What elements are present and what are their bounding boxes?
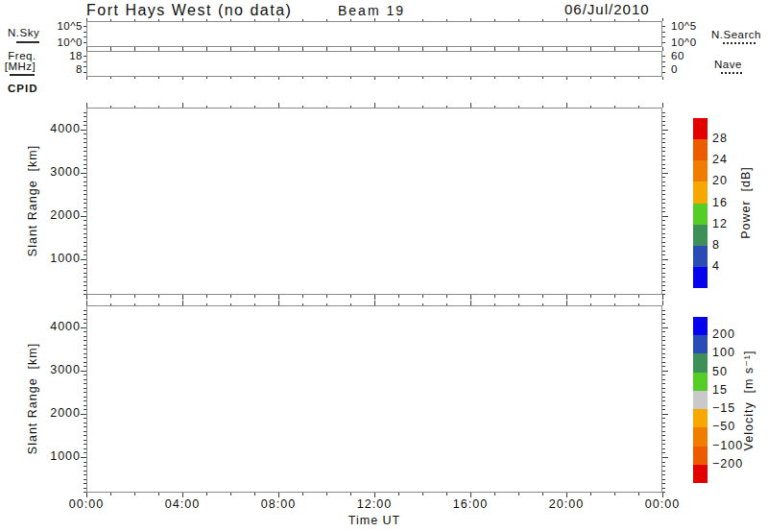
xaxis-title: Time UT (348, 515, 400, 528)
tick-mark (84, 479, 86, 480)
tick-mark (230, 77, 231, 79)
power-colorbar-title: Power [dB] (739, 166, 753, 239)
tick-mark (86, 48, 87, 51)
tick-mark (84, 392, 86, 393)
tick-mark (278, 103, 279, 108)
tick-mark (662, 237, 665, 238)
tick-mark (590, 295, 591, 298)
tick-mark (662, 452, 665, 453)
tick-mark (326, 295, 327, 298)
tick-mark (566, 301, 567, 305)
tick-mark (84, 36, 86, 37)
tick-mark (350, 19, 351, 21)
colorbar-segment (693, 353, 708, 373)
tick-mark (662, 246, 665, 247)
colorbar-tick-label: 24 (712, 154, 728, 167)
y-tick-label: 1000 (36, 450, 81, 464)
tick-mark (494, 77, 495, 79)
panel-tick-label: 60 (671, 49, 684, 61)
tick-mark (398, 303, 399, 306)
tick-mark (542, 106, 543, 109)
panel-nsky (86, 21, 662, 47)
tick-mark (422, 49, 423, 51)
tick-mark (84, 388, 86, 389)
tick-mark (662, 418, 665, 419)
colorbar-segment (693, 465, 708, 484)
panel-velocity (86, 305, 662, 493)
tick-mark (662, 103, 663, 108)
tick-mark (84, 483, 86, 484)
tick-mark (662, 345, 665, 346)
tick-mark (84, 61, 86, 62)
tick-mark (84, 452, 86, 453)
tick-mark (374, 295, 375, 300)
x-tick-label: 00:00 (69, 498, 104, 512)
tick-mark (662, 147, 665, 148)
tick-mark (84, 142, 86, 143)
tick-mark (662, 142, 665, 143)
tick-mark (662, 281, 665, 282)
tick-mark (84, 156, 86, 157)
tick-mark (662, 392, 665, 393)
tick-mark (662, 36, 665, 37)
tick-mark (470, 77, 471, 80)
tick-mark (230, 19, 231, 21)
tick-mark (662, 301, 663, 305)
tick-mark (566, 295, 567, 300)
tick-mark (84, 277, 86, 278)
cpid-label: CPID (8, 83, 37, 95)
tick-mark (302, 295, 303, 298)
panel-tick-label: 0 (671, 63, 678, 76)
x-tick-label: 20:00 (549, 498, 584, 512)
tick-mark (158, 19, 159, 21)
tick-mark (662, 423, 665, 423)
colorbar-tick-label: 200 (712, 328, 735, 342)
colorbar-segment (693, 246, 708, 268)
tick-mark (350, 49, 351, 51)
tick-mark (84, 164, 86, 165)
tick-mark (84, 199, 86, 200)
tick-mark (158, 77, 159, 79)
colorbar-segment (693, 204, 708, 226)
colorbar-tick-label: −100 (712, 440, 743, 453)
superdarn-summary-plot: Fort Hays West (no data) Beam 19 06/Jul/… (0, 0, 768, 532)
tick-mark (134, 106, 135, 109)
tick-mark (662, 409, 665, 410)
tick-mark (84, 254, 86, 255)
tick-mark (84, 336, 86, 337)
y-tick-label: 1000 (36, 253, 81, 266)
tick-mark (614, 295, 615, 298)
tick-mark (542, 77, 543, 79)
tick-mark (374, 103, 375, 108)
tick-mark (662, 229, 665, 230)
tick-mark (470, 295, 471, 300)
tick-mark (230, 295, 231, 298)
tick-mark (446, 49, 447, 51)
colorbar-tick-label: 20 (712, 176, 728, 189)
tick-mark (662, 331, 665, 332)
tick-mark (542, 295, 543, 298)
tick-mark (84, 151, 86, 152)
tick-mark (542, 303, 543, 306)
tick-mark (470, 18, 471, 21)
tick-mark (182, 48, 183, 51)
tick-mark (84, 251, 86, 252)
tick-mark (662, 121, 665, 122)
tick-mark (662, 294, 665, 295)
tick-mark (84, 349, 86, 350)
colorbar-tick-label: 4 (712, 260, 720, 274)
tick-mark (84, 362, 86, 363)
tick-mark (84, 42, 86, 43)
tick-mark (110, 77, 111, 79)
tick-mark (84, 492, 86, 493)
tick-mark (350, 106, 351, 109)
panel-tick-label: 10^5 (671, 20, 697, 33)
tick-mark (110, 49, 111, 51)
date-label: 06/Jul/2010 (564, 2, 650, 18)
tick-mark (182, 77, 183, 80)
tick-mark (84, 357, 86, 358)
tick-mark (374, 301, 375, 305)
tick-mark (662, 379, 665, 380)
panel-frequency (86, 51, 662, 77)
tick-mark (206, 493, 207, 496)
